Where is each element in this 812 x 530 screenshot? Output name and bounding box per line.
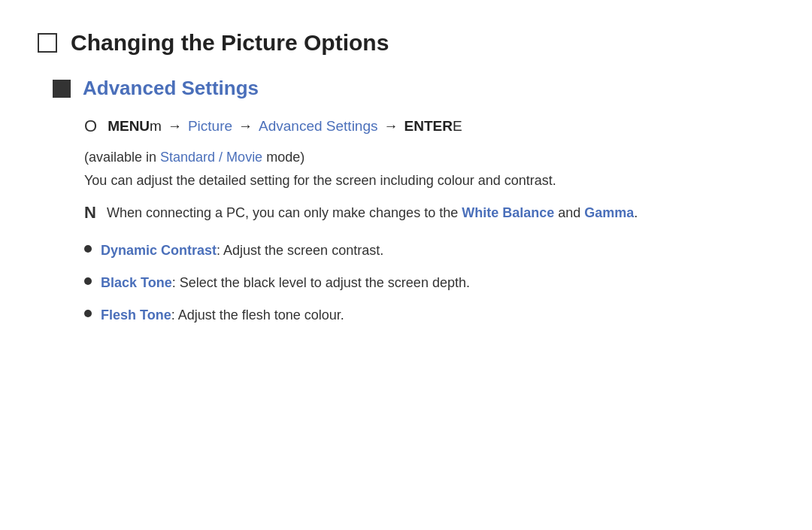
- available-before: (available in: [84, 150, 160, 165]
- arrow3: →: [384, 118, 398, 135]
- picture-link: Picture: [188, 118, 232, 135]
- menu-path-row: O MENUm → Picture → Advanced Settings → …: [84, 117, 774, 136]
- advanced-settings-link: Advanced Settings: [259, 118, 377, 135]
- flesh-tone-label: Flesh Tone: [101, 307, 171, 323]
- subsection-header: Advanced Settings: [53, 77, 774, 100]
- description-text: You can adjust the detailed setting for …: [84, 173, 774, 189]
- dynamic-contrast-label: Dynamic Contrast: [101, 243, 217, 258]
- enter-label: ENTER: [404, 118, 453, 135]
- note-after: .: [634, 205, 638, 220]
- list-item: Flesh Tone: Adjust the flesh tone colour…: [84, 305, 774, 326]
- note-before: When connecting a PC, you can only make …: [107, 205, 462, 220]
- list-item: Black Tone: Select the black level to ad…: [84, 273, 774, 293]
- available-highlight: Standard / Movie: [160, 150, 262, 165]
- black-tone-text: : Select the black level to adjust the s…: [172, 275, 470, 290]
- arrow1: →: [168, 118, 182, 135]
- white-balance-link: White Balance: [462, 205, 554, 220]
- circle-o-icon: O: [84, 117, 97, 136]
- page-title: Changing the Picture Options: [71, 30, 389, 56]
- filled-square-icon: [53, 80, 71, 98]
- menu-label: MENU: [108, 118, 150, 135]
- bullet-list: Dynamic Contrast: Adjust the screen cont…: [84, 241, 774, 326]
- note-marker: N: [84, 203, 96, 223]
- arrow2: →: [238, 118, 253, 135]
- available-after: mode): [262, 150, 304, 165]
- black-tone-label: Black Tone: [101, 275, 172, 290]
- list-item: Dynamic Contrast: Adjust the screen cont…: [84, 241, 774, 261]
- bullet-text: Flesh Tone: Adjust the flesh tone colour…: [101, 305, 344, 326]
- page-header: Changing the Picture Options: [38, 30, 774, 56]
- subsection-title: Advanced Settings: [83, 77, 259, 100]
- bullet-text: Dynamic Contrast: Adjust the screen cont…: [101, 241, 383, 261]
- gamma-link: Gamma: [584, 205, 634, 220]
- note-middle: and: [554, 205, 584, 220]
- menu-plain: m: [150, 118, 162, 135]
- note-text: When connecting a PC, you can only make …: [107, 202, 638, 224]
- checkbox-icon: [38, 33, 57, 53]
- flesh-tone-text: : Adjust the flesh tone colour.: [171, 307, 344, 323]
- bullet-dot-icon: [84, 277, 92, 285]
- available-text: (available in Standard / Movie mode): [84, 150, 774, 165]
- bullet-text: Black Tone: Select the black level to ad…: [101, 273, 470, 293]
- subsection: Advanced Settings O MENUm → Picture → Ad…: [53, 77, 774, 326]
- dynamic-contrast-text: : Adjust the screen contrast.: [217, 243, 383, 258]
- note-row: N When connecting a PC, you can only mak…: [84, 202, 774, 224]
- bullet-dot-icon: [84, 245, 92, 253]
- enter-plain: E: [453, 118, 462, 135]
- bullet-dot-icon: [84, 310, 92, 317]
